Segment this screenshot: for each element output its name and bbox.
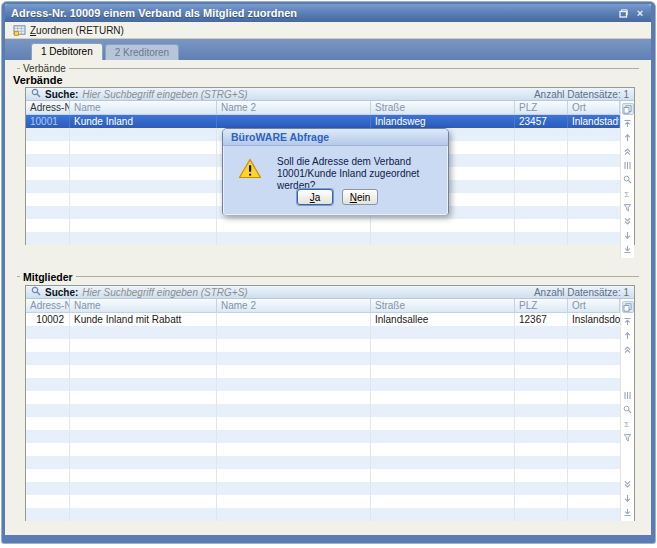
- empty-cell: [515, 482, 568, 495]
- columns-icon[interactable]: [622, 390, 634, 402]
- columns-icon[interactable]: [622, 159, 634, 171]
- page-down-icon[interactable]: [622, 478, 634, 490]
- column-header-name2[interactable]: Name 2: [217, 101, 371, 114]
- empty-cell: [70, 154, 217, 167]
- table-row-empty[interactable]: [26, 430, 620, 443]
- empty-cell: [26, 232, 70, 245]
- column-header-ort[interactable]: Ort: [568, 299, 620, 312]
- empty-cell: [70, 219, 217, 232]
- empty-cell: [515, 180, 568, 193]
- table-row[interactable]: 10002 Kunde Inland mit Rabatt Inlandsall…: [26, 313, 620, 326]
- cell-adressnr: 10001: [26, 115, 70, 128]
- empty-cell: [70, 339, 217, 352]
- table-row-empty[interactable]: [26, 404, 620, 417]
- search-input[interactable]: Hier Suchbegriff eingeben (STRG+S): [82, 89, 530, 100]
- dialog-title-bar[interactable]: BüroWARE Abfrage: [223, 129, 448, 146]
- empty-cell: [371, 469, 515, 482]
- close-icon[interactable]: ×: [633, 7, 647, 20]
- cell-name: Kunde Inland: [70, 115, 217, 128]
- find-icon[interactable]: [622, 404, 634, 416]
- empty-cell: [70, 141, 217, 154]
- table-row-empty[interactable]: [26, 326, 620, 339]
- column-header-adressnr[interactable]: Adress-Nr.: [26, 299, 70, 312]
- empty-cell: [26, 352, 70, 365]
- cell-ort: Inlandstadt: [568, 115, 620, 128]
- table-row-empty[interactable]: [26, 482, 620, 495]
- empty-cell: [568, 193, 620, 206]
- cell-strasse: Inlandsallee: [371, 313, 515, 326]
- filter-icon[interactable]: [622, 432, 634, 444]
- table-row-empty[interactable]: [26, 365, 620, 378]
- scroll-up-icon[interactable]: [622, 329, 634, 341]
- page-down-icon[interactable]: [622, 215, 634, 227]
- table-row-empty[interactable]: [26, 417, 620, 430]
- table-row-empty[interactable]: [26, 508, 620, 521]
- scroll-top-icon[interactable]: [622, 315, 634, 327]
- empty-cell: [26, 482, 70, 495]
- sum-icon[interactable]: Σ: [622, 187, 634, 199]
- svg-text:Σ: Σ: [624, 189, 629, 197]
- table-row-empty[interactable]: [26, 219, 620, 232]
- scroll-down-icon[interactable]: [622, 229, 634, 241]
- column-header-plz[interactable]: PLZ: [515, 101, 568, 114]
- table-row-empty[interactable]: [26, 352, 620, 365]
- find-icon[interactable]: [622, 173, 634, 185]
- sum-icon[interactable]: Σ: [622, 418, 634, 430]
- scroll-up-icon[interactable]: [622, 131, 634, 143]
- table-row-empty[interactable]: [26, 339, 620, 352]
- column-header-strasse[interactable]: Straße: [371, 299, 515, 312]
- copy-list-icon[interactable]: [622, 301, 634, 313]
- empty-cell: [568, 128, 620, 141]
- scroll-bottom-icon[interactable]: [622, 506, 634, 518]
- empty-cell: [371, 391, 515, 404]
- empty-cell: [568, 378, 620, 391]
- search-input[interactable]: Hier Suchbegriff eingeben (STRG+S): [82, 287, 530, 298]
- empty-cell: [568, 339, 620, 352]
- verbaende-search-bar[interactable]: Suche: Hier Suchbegriff eingeben (STRG+S…: [26, 88, 634, 101]
- empty-cell: [70, 430, 217, 443]
- cell-strasse: Inlandsweg: [371, 115, 515, 128]
- search-label: Suche:: [45, 89, 78, 100]
- assign-button[interactable]: Zuordnen (RETURN): [9, 24, 128, 37]
- mitglieder-table-panel: Suche: Hier Suchbegriff eingeben (STRG+S…: [25, 285, 635, 521]
- empty-cell: [515, 154, 568, 167]
- empty-cell: [568, 482, 620, 495]
- table-row-empty[interactable]: [26, 378, 620, 391]
- table-row-empty[interactable]: [26, 391, 620, 404]
- column-header-strasse[interactable]: Straße: [371, 101, 515, 114]
- mitglieder-search-bar[interactable]: Suche: Hier Suchbegriff eingeben (STRG+S…: [26, 286, 634, 299]
- column-header-plz[interactable]: PLZ: [515, 299, 568, 312]
- scroll-down-icon[interactable]: [622, 492, 634, 504]
- page-up-icon[interactable]: [622, 343, 634, 355]
- empty-cell: [217, 443, 371, 456]
- table-row-selected[interactable]: 10001 Kunde Inland Inlandsweg 23457 Inla…: [26, 115, 620, 128]
- tab-kreditoren[interactable]: 2 Kreditoren: [105, 44, 179, 60]
- empty-cell: [371, 326, 515, 339]
- table-row-empty[interactable]: [26, 232, 620, 245]
- scroll-bottom-icon[interactable]: [622, 243, 634, 255]
- empty-cell: [515, 495, 568, 508]
- table-row-empty[interactable]: [26, 443, 620, 456]
- table-row-empty[interactable]: [26, 456, 620, 469]
- column-header-name[interactable]: Name: [70, 101, 217, 114]
- copy-list-icon[interactable]: [622, 103, 634, 115]
- empty-cell: [568, 456, 620, 469]
- mitglieder-table: Adress-Nr. Name Name 2 Straße PLZ Ort 10…: [26, 299, 620, 521]
- column-header-name2[interactable]: Name 2: [217, 299, 371, 312]
- scroll-top-icon[interactable]: [622, 117, 634, 129]
- restore-icon[interactable]: [616, 7, 630, 20]
- cell-name2: [217, 115, 371, 128]
- no-button[interactable]: Nein: [342, 189, 378, 205]
- column-header-ort[interactable]: Ort: [568, 101, 620, 114]
- yes-button[interactable]: Ja: [297, 189, 333, 205]
- tab-debitoren[interactable]: 1 Debitoren: [31, 43, 103, 60]
- column-header-name[interactable]: Name: [70, 299, 217, 312]
- table-row-empty[interactable]: [26, 469, 620, 482]
- filter-icon[interactable]: [622, 201, 634, 213]
- page-up-icon[interactable]: [622, 145, 634, 157]
- empty-cell: [568, 219, 620, 232]
- table-row-empty[interactable]: [26, 495, 620, 508]
- title-bar[interactable]: Adress-Nr. 10009 einem Verband als Mitgl…: [5, 4, 651, 22]
- column-header-adressnr[interactable]: Adress-Nr.: [26, 101, 70, 114]
- empty-cell: [568, 417, 620, 430]
